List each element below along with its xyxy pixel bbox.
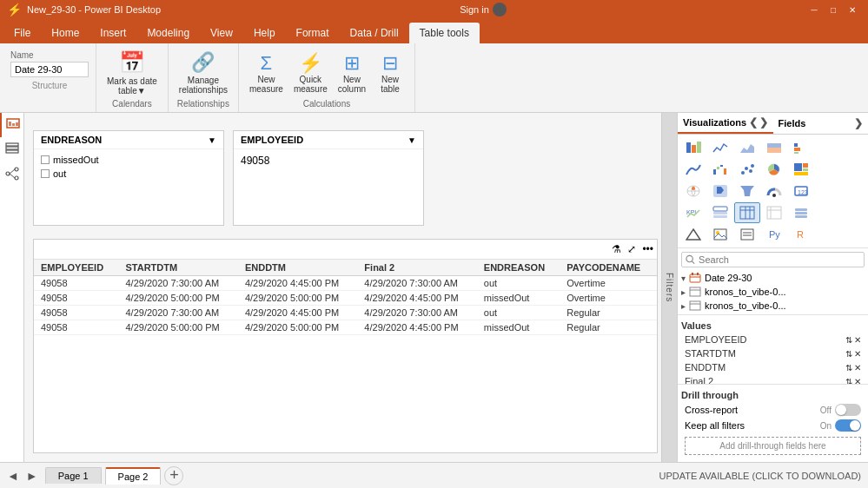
tab-data-drill[interactable]: Data / Drill <box>340 23 409 43</box>
page-tab-1[interactable]: Page 1 <box>45 467 102 484</box>
new-table-button[interactable]: ⊟ Newtable <box>373 50 407 96</box>
filter-table-icon[interactable]: ⚗ <box>610 241 623 257</box>
viz-python-icon[interactable]: Py <box>761 224 787 245</box>
manage-relationships-button[interactable]: 🔗 Managerelationships <box>176 49 231 96</box>
field-item-kronos1[interactable]: ▸ kronos_to_vibe-0... <box>678 285 868 299</box>
data-view-icon[interactable] <box>0 137 24 162</box>
page-tab-2[interactable]: Page 2 <box>105 467 162 485</box>
add-page-button[interactable]: + <box>164 466 183 485</box>
fields-expand-arrow[interactable]: ❯ <box>854 117 863 129</box>
page-nav-next[interactable]: ► <box>26 469 38 483</box>
viz-area-icon[interactable] <box>734 137 760 158</box>
page-nav-prev[interactable]: ◄ <box>7 469 19 483</box>
tab-file[interactable]: File <box>3 23 41 43</box>
table-scroll[interactable]: EMPLOYEEID STARTDTM ENDDTM Final 2 ENDRE… <box>34 260 657 450</box>
viz-matrix-icon[interactable] <box>761 202 787 223</box>
value-remove-final2[interactable]: ✕ <box>854 377 861 386</box>
fields-search-input[interactable] <box>699 254 860 265</box>
viz-funnel-icon[interactable] <box>734 181 760 201</box>
keep-filters-toggle[interactable] <box>835 419 861 432</box>
viz-expand-arrow[interactable]: ❯ <box>759 116 768 129</box>
cell-final-3: 4/29/2020 7:30:00 AM <box>357 306 476 320</box>
mark-date-table-button[interactable]: 📅 Mark as datetable▼ <box>103 49 161 97</box>
table-toolbar-row: ⚗ ⤢ ••• <box>34 240 657 260</box>
tab-help[interactable]: Help <box>243 23 286 43</box>
viz-ribbon-icon[interactable] <box>680 159 706 180</box>
tab-modeling[interactable]: Modeling <box>136 23 200 43</box>
tab-insert[interactable]: Insert <box>89 23 136 43</box>
endreason-chevron[interactable]: ▼ <box>208 135 216 145</box>
employeeid-chevron[interactable]: ▼ <box>407 135 416 145</box>
missedout-checkbox[interactable] <box>41 155 50 164</box>
new-measure-button[interactable]: Σ Newmeasure <box>246 50 287 96</box>
viz-shape-icon[interactable] <box>680 224 706 245</box>
table-name-input[interactable] <box>10 62 89 77</box>
table-row: 49058 4/29/2020 7:30:00 AM 4/29/2020 4:4… <box>34 306 657 320</box>
cell-empid-3: 49058 <box>34 306 118 320</box>
tab-home[interactable]: Home <box>41 23 89 43</box>
svg-rect-33 <box>794 172 808 175</box>
viz-clustered-bar-icon[interactable] <box>788 137 814 158</box>
viz-scatter-icon[interactable] <box>734 159 760 180</box>
svg-rect-22 <box>717 167 719 169</box>
viz-pie-icon[interactable] <box>761 159 787 180</box>
out-checkbox[interactable] <box>41 169 50 178</box>
value-sort-empid[interactable]: ⇅ <box>845 335 852 345</box>
viz-treemap-icon[interactable] <box>788 159 814 180</box>
value-sort-enddtm[interactable]: ⇅ <box>845 363 852 373</box>
tab-format[interactable]: Format <box>286 23 340 43</box>
svg-rect-2 <box>12 123 15 126</box>
drill-drop-zone[interactable]: Add drill-through fields here <box>685 437 861 455</box>
viz-slicer-icon[interactable] <box>788 202 814 223</box>
value-remove-empid[interactable]: ✕ <box>854 335 861 345</box>
tab-view[interactable]: View <box>200 23 243 43</box>
field-item-date2930[interactable]: ▾ Date 29-30 <box>678 271 868 285</box>
field-item-kronos2[interactable]: ▸ kronos_to_vibe-0... <box>678 299 868 313</box>
table-row: 49058 4/29/2020 5:00:00 PM 4/29/2020 5:0… <box>34 320 657 335</box>
viz-stacked-area-icon[interactable] <box>761 137 787 158</box>
filter-bar[interactable]: Filters <box>661 113 677 462</box>
value-sort-final2[interactable]: ⇅ <box>845 377 852 386</box>
value-label-empid: EMPLOYEEID <box>685 334 747 345</box>
svg-rect-68 <box>692 273 693 275</box>
sign-in-label[interactable]: Sign in <box>460 4 489 15</box>
cell-endreason-2: missedOut <box>477 291 560 306</box>
value-remove-startdtm[interactable]: ✕ <box>854 349 861 359</box>
slicer-item-missedout[interactable]: missedOut <box>41 153 216 167</box>
fields-search-box[interactable] <box>681 252 865 267</box>
tab-table-tools[interactable]: Table tools <box>409 23 480 43</box>
svg-rect-45 <box>713 215 727 218</box>
svg-rect-43 <box>713 207 727 211</box>
report-view-icon[interactable] <box>0 113 24 137</box>
more-table-icon[interactable]: ••• <box>640 241 655 257</box>
value-remove-enddtm[interactable]: ✕ <box>854 363 861 373</box>
new-column-button[interactable]: ⊞ Newcolumn <box>335 50 369 96</box>
viz-card-icon[interactable]: 123 <box>788 181 814 201</box>
close-button[interactable]: ✕ <box>844 3 861 16</box>
viz-kpi-icon[interactable]: KPI <box>680 202 706 223</box>
out-label: out <box>53 168 66 179</box>
viz-multicard-icon[interactable] <box>707 202 733 223</box>
expand-table-icon[interactable]: ⤢ <box>626 241 638 257</box>
quick-measure-button[interactable]: ⚡ Quickmeasure <box>290 50 331 96</box>
viz-stacked-bar-icon[interactable] <box>680 137 706 158</box>
viz-r-icon[interactable]: R <box>788 224 814 245</box>
viz-line-icon[interactable] <box>707 137 733 158</box>
viz-map-icon[interactable] <box>680 181 706 201</box>
viz-filled-map-icon[interactable] <box>707 181 733 201</box>
value-item-startdtm: STARTDTM ⇅ ✕ <box>681 346 865 360</box>
viz-waterfall-icon[interactable] <box>707 159 733 180</box>
update-status[interactable]: UPDATE AVAILABLE (CLICK TO DOWNLOAD) <box>659 471 861 481</box>
viz-collapse-arrow[interactable]: ❮ <box>749 116 758 129</box>
viz-table-icon[interactable] <box>734 202 760 223</box>
cross-report-toggle[interactable] <box>835 404 861 416</box>
slicer-item-out[interactable]: out <box>41 167 216 181</box>
minimize-button[interactable]: ─ <box>805 3 823 16</box>
viz-textbox-icon[interactable] <box>734 224 760 245</box>
viz-image-icon[interactable] <box>707 224 733 245</box>
employeeid-slicer-header: EMPLOYEEID ▼ <box>234 131 423 149</box>
viz-gauge-icon[interactable] <box>761 181 787 201</box>
model-view-icon[interactable] <box>0 162 24 186</box>
maximize-button[interactable]: □ <box>825 3 842 16</box>
value-sort-startdtm[interactable]: ⇅ <box>845 349 852 359</box>
